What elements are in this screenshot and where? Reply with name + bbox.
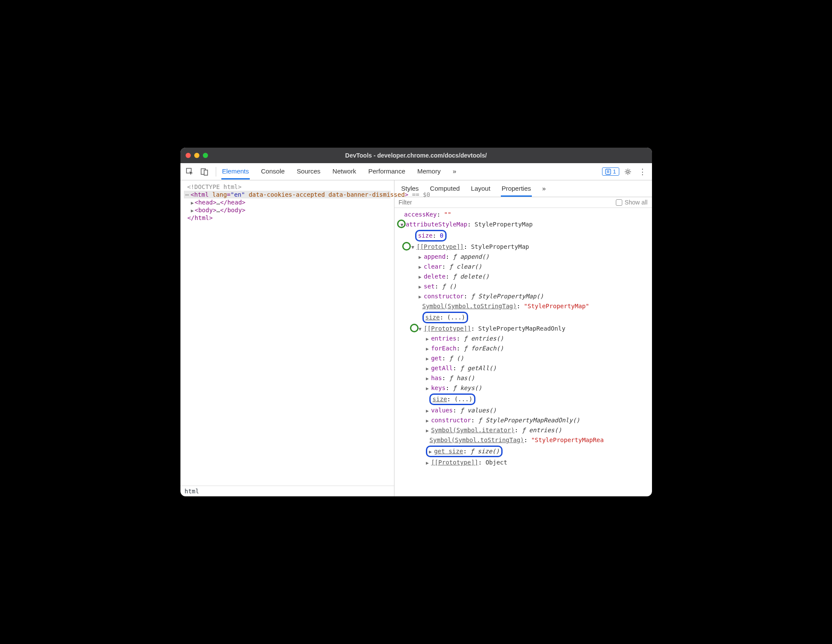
toolbar-divider bbox=[216, 167, 216, 176]
prop-symbol-iterator[interactable]: ▶Symbol(Symbol.iterator): ƒ entries() bbox=[397, 425, 652, 435]
main-tabs: Elements Console Sources Network Perform… bbox=[221, 164, 457, 180]
html-element-node[interactable]: ⋯<html lang="en" data-cookies-accepted d… bbox=[184, 191, 391, 198]
svg-point-4 bbox=[627, 170, 629, 173]
prop-accesskey[interactable]: accessKey: "" bbox=[397, 210, 652, 220]
main-toolbar: Elements Console Sources Network Perform… bbox=[180, 163, 652, 180]
showall-label: Show all bbox=[625, 199, 648, 206]
settings-icon[interactable] bbox=[622, 166, 634, 178]
prop-values[interactable]: ▶values: ƒ values() bbox=[397, 406, 652, 415]
annotation-circle-icon bbox=[410, 324, 419, 332]
devtools-window: DevTools - developer.chrome.com/docs/dev… bbox=[180, 148, 652, 496]
prop-constructor-2[interactable]: ▶constructor: ƒ StylePropertyMapReadOnly… bbox=[397, 415, 652, 425]
prop-append[interactable]: ▶append: ƒ append() bbox=[397, 252, 652, 262]
prop-get-size[interactable]: ▶get size: ƒ size() bbox=[397, 445, 652, 458]
annotation-box-icon: size: (...) bbox=[422, 312, 469, 323]
minimize-window-button[interactable] bbox=[194, 153, 199, 158]
tab-performance[interactable]: Performance bbox=[367, 164, 406, 180]
tab-sources[interactable]: Sources bbox=[296, 164, 321, 180]
tab-memory[interactable]: Memory bbox=[416, 164, 441, 180]
annotation-box-icon: size: 0 bbox=[415, 230, 447, 242]
tab-console[interactable]: Console bbox=[260, 164, 286, 180]
close-window-button[interactable] bbox=[186, 153, 191, 158]
svg-rect-2 bbox=[204, 170, 208, 175]
prop-attributestylemap[interactable]: ▼attributeStyleMap: StylePropertyMap bbox=[397, 220, 652, 229]
prop-size-ellipsis-1[interactable]: size: (...) bbox=[397, 311, 652, 324]
filter-bar: Show all bbox=[394, 197, 652, 208]
prop-getall[interactable]: ▶getAll: ƒ getAll() bbox=[397, 363, 652, 373]
titlebar: DevTools - developer.chrome.com/docs/dev… bbox=[180, 148, 652, 163]
prop-foreach[interactable]: ▶forEach: ƒ forEach() bbox=[397, 344, 652, 353]
html-close-node[interactable]: </html> bbox=[184, 214, 391, 222]
prop-size-ellipsis-2[interactable]: size: (...) bbox=[397, 393, 652, 406]
subtab-layout[interactable]: Layout bbox=[470, 183, 491, 197]
prop-keys[interactable]: ▶keys: ƒ keys() bbox=[397, 383, 652, 393]
more-options-icon[interactable]: ⋮ bbox=[636, 166, 649, 178]
tab-more[interactable]: » bbox=[452, 164, 457, 180]
tab-elements[interactable]: Elements bbox=[221, 164, 250, 180]
window-title: DevTools - developer.chrome.com/docs/dev… bbox=[180, 152, 652, 159]
issues-badge[interactable]: 1 bbox=[602, 167, 619, 176]
dom-tree[interactable]: <!DOCTYPE html> ⋯<html lang="en" data-co… bbox=[180, 180, 394, 486]
prop-clear[interactable]: ▶clear: ƒ clear() bbox=[397, 262, 652, 272]
subtab-styles[interactable]: Styles bbox=[400, 183, 420, 197]
properties-pane[interactable]: accessKey: "" ▼attributeStyleMap: StyleP… bbox=[394, 208, 652, 496]
prop-prototype-2[interactable]: ▼[[Prototype]]: StylePropertyMapReadOnly bbox=[397, 324, 652, 334]
doctype-node[interactable]: <!DOCTYPE html> bbox=[184, 183, 391, 191]
subtab-more[interactable]: » bbox=[541, 183, 546, 197]
body-element-node[interactable]: ▶<body>…</body> bbox=[184, 206, 391, 214]
elements-panel: <!DOCTYPE html> ⋯<html lang="en" data-co… bbox=[180, 180, 394, 496]
prop-symbol-tostringtag-2[interactable]: Symbol(Symbol.toStringTag): "StyleProper… bbox=[397, 435, 652, 445]
prop-set[interactable]: ▶set: ƒ () bbox=[397, 282, 652, 291]
zoom-window-button[interactable] bbox=[203, 153, 208, 158]
svg-rect-3 bbox=[605, 169, 611, 174]
subtab-properties[interactable]: Properties bbox=[501, 183, 532, 197]
prop-delete[interactable]: ▶delete: ƒ delete() bbox=[397, 272, 652, 282]
filter-input[interactable] bbox=[399, 199, 616, 206]
head-element-node[interactable]: ▶<head>…</head> bbox=[184, 198, 391, 206]
breadcrumb[interactable]: html bbox=[180, 486, 394, 496]
sidebar-tabs: Styles Computed Layout Properties » bbox=[394, 180, 652, 197]
annotation-box-icon: ▶get size: ƒ size() bbox=[426, 446, 503, 457]
inspect-element-icon[interactable] bbox=[184, 166, 196, 178]
prop-get[interactable]: ▶get: ƒ () bbox=[397, 353, 652, 363]
sidebar-panel: Styles Computed Layout Properties » Show… bbox=[394, 180, 652, 496]
prop-entries[interactable]: ▶entries: ƒ entries() bbox=[397, 334, 652, 344]
issue-count: 1 bbox=[613, 168, 616, 175]
subtab-computed[interactable]: Computed bbox=[429, 183, 460, 197]
device-toolbar-icon[interactable] bbox=[199, 166, 211, 178]
prop-prototype-1[interactable]: ▼[[Prototype]]: StylePropertyMap bbox=[397, 242, 652, 252]
annotation-circle-icon bbox=[402, 242, 411, 251]
annotation-circle-icon bbox=[397, 220, 406, 228]
prop-constructor-1[interactable]: ▶constructor: ƒ StylePropertyMap() bbox=[397, 291, 652, 301]
window-controls bbox=[186, 153, 208, 158]
tab-network[interactable]: Network bbox=[332, 164, 357, 180]
showall-checkbox[interactable] bbox=[616, 199, 622, 206]
prop-has[interactable]: ▶has: ƒ has() bbox=[397, 373, 652, 383]
prop-symbol-tostringtag-1[interactable]: Symbol(Symbol.toStringTag): "StyleProper… bbox=[397, 301, 652, 311]
prop-prototype-3[interactable]: ▶[[Prototype]]: Object bbox=[397, 458, 652, 468]
annotation-box-icon: size: (...) bbox=[429, 393, 475, 405]
prop-size-0[interactable]: size: 0 bbox=[397, 229, 652, 242]
content-area: <!DOCTYPE html> ⋯<html lang="en" data-co… bbox=[180, 180, 652, 496]
issue-icon bbox=[605, 169, 611, 175]
